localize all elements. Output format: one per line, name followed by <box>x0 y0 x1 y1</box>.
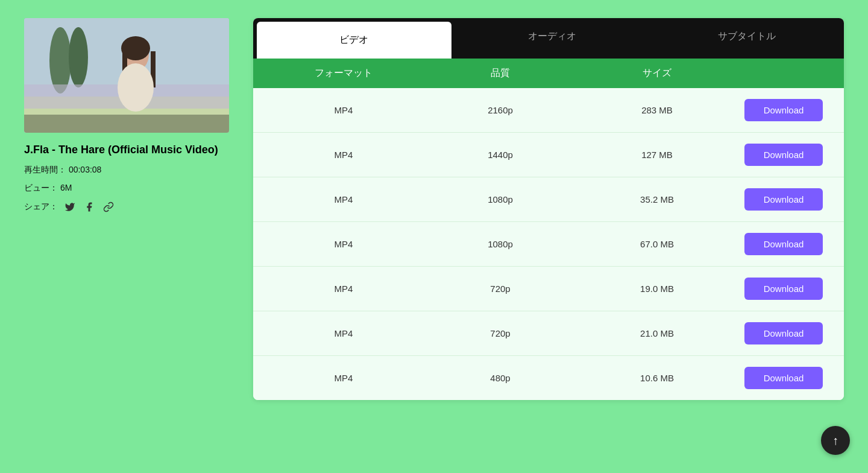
cell-format-4: MP4 <box>265 284 422 294</box>
download-button-2[interactable]: Download <box>744 188 823 211</box>
twitter-icon[interactable] <box>63 200 77 214</box>
tab-subtitle[interactable]: サブタイトル <box>649 18 844 59</box>
table-row: MP4 1080p 35.2 MB Download <box>253 177 844 222</box>
cell-download-5: Download <box>735 322 832 344</box>
cell-format-5: MP4 <box>265 328 422 338</box>
cell-quality-3: 1080p <box>422 239 579 249</box>
duration-value: 00:03:08 <box>69 165 102 174</box>
download-button-5[interactable]: Download <box>744 322 823 344</box>
cell-size-4: 19.0 MB <box>579 284 735 294</box>
cell-quality-1: 1440p <box>422 150 579 160</box>
cell-download-6: Download <box>735 367 832 389</box>
cell-quality-5: 720p <box>422 328 579 338</box>
scroll-top-button[interactable]: ↑ <box>821 426 850 455</box>
cell-quality-0: 2160p <box>422 105 579 115</box>
table-row: MP4 720p 19.0 MB Download <box>253 267 844 311</box>
cell-download-3: Download <box>735 233 832 255</box>
views-row: ビュー： 6M <box>24 183 229 194</box>
left-panel: J.Fla - The Hare (Official Music Video) … <box>24 18 229 214</box>
right-panel: ビデオ オーディオ サブタイトル フォーマット 品質 サイズ MP4 2160p… <box>253 18 844 400</box>
download-button-6[interactable]: Download <box>744 367 823 389</box>
svg-rect-10 <box>24 115 229 133</box>
cell-download-1: Download <box>735 144 832 166</box>
share-label: シェア： <box>24 202 58 212</box>
tab-video[interactable]: ビデオ <box>257 22 451 59</box>
link-icon[interactable] <box>101 200 116 214</box>
download-button-3[interactable]: Download <box>744 233 823 255</box>
cell-size-1: 127 MB <box>579 150 735 160</box>
table-row: MP4 720p 21.0 MB Download <box>253 311 844 356</box>
download-button-1[interactable]: Download <box>744 144 823 166</box>
cell-quality-4: 720p <box>422 284 579 294</box>
col-action <box>735 67 832 80</box>
main-container: J.Fla - The Hare (Official Music Video) … <box>24 18 844 400</box>
svg-point-2 <box>69 27 88 87</box>
table-row: MP4 2160p 283 MB Download <box>253 88 844 133</box>
cell-format-1: MP4 <box>265 150 422 160</box>
video-thumbnail <box>24 18 229 133</box>
cell-download-0: Download <box>735 99 832 121</box>
table-header: フォーマット 品質 サイズ <box>253 59 844 88</box>
cell-size-6: 10.6 MB <box>579 373 735 383</box>
svg-point-9 <box>118 63 154 112</box>
table-row: MP4 1080p 67.0 MB Download <box>253 222 844 267</box>
download-button-4[interactable]: Download <box>744 278 823 300</box>
col-format: フォーマット <box>265 67 422 80</box>
col-size: サイズ <box>579 67 735 80</box>
share-row: シェア： <box>24 200 229 214</box>
cell-format-0: MP4 <box>265 105 422 115</box>
table-row: MP4 1440p 127 MB Download <box>253 133 844 177</box>
tabs-bar: ビデオ オーディオ サブタイトル <box>253 18 844 59</box>
cell-format-2: MP4 <box>265 194 422 205</box>
cell-size-2: 35.2 MB <box>579 194 735 205</box>
views-label: ビュー： <box>24 183 58 192</box>
cell-format-6: MP4 <box>265 373 422 383</box>
thumbnail-image <box>24 18 229 133</box>
svg-point-1 <box>49 27 71 94</box>
cell-download-4: Download <box>735 278 832 300</box>
cell-quality-2: 1080p <box>422 194 579 205</box>
video-title: J.Fla - The Hare (Official Music Video) <box>24 142 229 157</box>
cell-quality-6: 480p <box>422 373 579 383</box>
cell-format-3: MP4 <box>265 239 422 249</box>
download-button-0[interactable]: Download <box>744 99 823 121</box>
tab-audio[interactable]: オーディオ <box>455 18 650 59</box>
table-row: MP4 480p 10.6 MB Download <box>253 356 844 400</box>
facebook-icon[interactable] <box>82 200 96 214</box>
duration-label: 再生時間： <box>24 165 66 174</box>
cell-size-0: 283 MB <box>579 105 735 115</box>
col-quality: 品質 <box>422 67 579 80</box>
cell-download-2: Download <box>735 188 832 211</box>
cell-size-5: 21.0 MB <box>579 328 735 338</box>
duration-row: 再生時間： 00:03:08 <box>24 165 229 176</box>
table-body: MP4 2160p 283 MB Download MP4 1440p 127 … <box>253 88 844 400</box>
cell-size-3: 67.0 MB <box>579 239 735 249</box>
views-value: 6M <box>60 183 72 192</box>
